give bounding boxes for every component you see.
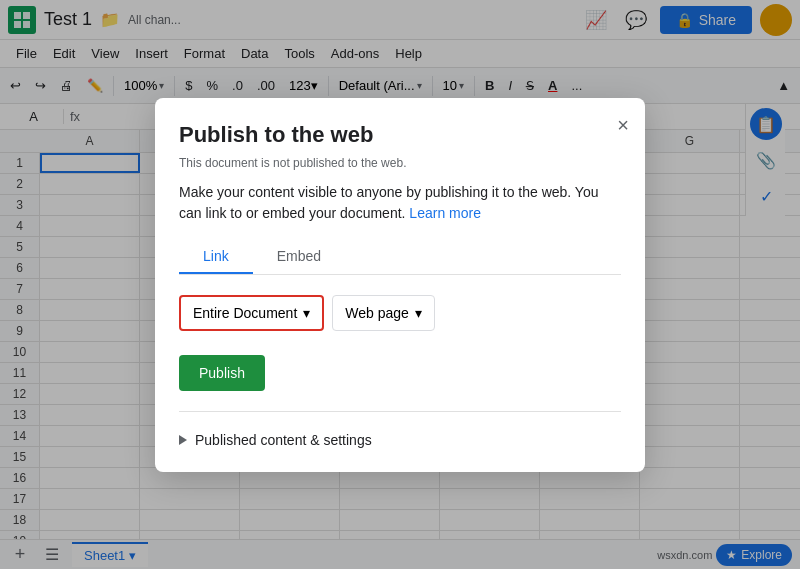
format-chevron-icon: ▾ — [415, 305, 422, 321]
published-settings-expand[interactable]: Published content & settings — [179, 432, 621, 448]
modal-dropdowns: Entire Document ▾ Web page ▾ — [179, 295, 621, 331]
scope-dropdown[interactable]: Entire Document ▾ — [179, 295, 324, 331]
modal-description: Make your content visible to anyone by p… — [179, 182, 621, 224]
expand-triangle-icon — [179, 435, 187, 445]
settings-label: Published content & settings — [195, 432, 372, 448]
publish-button[interactable]: Publish — [179, 355, 265, 391]
modal-divider — [179, 411, 621, 412]
modal-status: This document is not published to the we… — [179, 156, 621, 170]
format-dropdown[interactable]: Web page ▾ — [332, 295, 435, 331]
format-dropdown-value: Web page — [345, 305, 409, 321]
tab-link[interactable]: Link — [179, 240, 253, 274]
modal-tabs: Link Embed — [179, 240, 621, 275]
modal-close-button[interactable]: × — [617, 114, 629, 137]
learn-more-link[interactable]: Learn more — [409, 205, 481, 221]
modal-title: Publish to the web — [179, 122, 621, 148]
modal-overlay: Publish to the web This document is not … — [0, 0, 800, 569]
publish-modal: Publish to the web This document is not … — [155, 98, 645, 472]
scope-chevron-icon: ▾ — [303, 305, 310, 321]
scope-dropdown-value: Entire Document — [193, 305, 297, 321]
tab-embed[interactable]: Embed — [253, 240, 345, 274]
